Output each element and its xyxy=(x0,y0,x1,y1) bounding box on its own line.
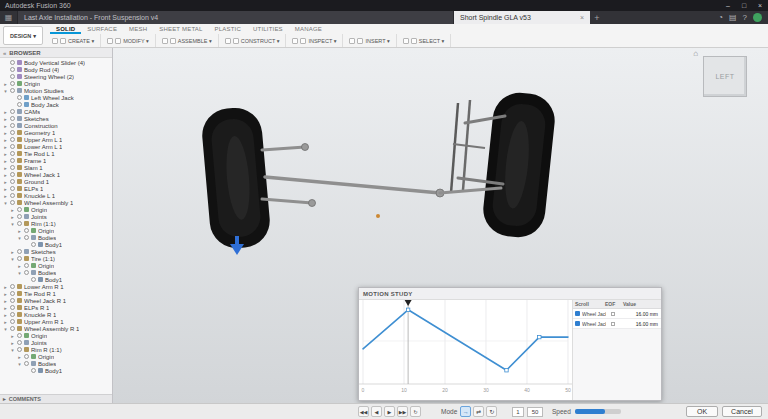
expander-icon[interactable]: ▸ xyxy=(3,179,8,185)
tree-item[interactable]: ▸CAMs xyxy=(0,108,112,115)
expander-icon[interactable]: ▾ xyxy=(17,361,22,367)
viewport[interactable]: ⌂ LEFT MOTION STUDY 01020304050 Scroll E… xyxy=(113,48,768,403)
visibility-eye-icon[interactable] xyxy=(17,95,22,100)
expander-icon[interactable]: ▸ xyxy=(3,158,8,164)
loop-button[interactable]: ↻ xyxy=(410,406,421,417)
go-to-end-button[interactable]: ▶▶ xyxy=(397,406,408,417)
tree-item[interactable]: ▸Knuckle R 1 xyxy=(0,311,112,318)
visibility-eye-icon[interactable] xyxy=(10,130,15,135)
cancel-button[interactable]: Cancel xyxy=(722,406,762,417)
tree-item[interactable]: ▾Bodies xyxy=(0,269,112,276)
expander-icon[interactable]: ▸ xyxy=(10,207,15,213)
tree-item[interactable]: ▸Knuckle L 1 xyxy=(0,192,112,199)
expander-icon[interactable]: ▸ xyxy=(17,263,22,269)
visibility-eye-icon[interactable] xyxy=(10,81,15,86)
visibility-eye-icon[interactable] xyxy=(17,221,22,226)
visibility-eye-icon[interactable] xyxy=(31,277,36,282)
workspace-switcher[interactable]: DESIGN ▾ xyxy=(3,26,43,45)
go-to-start-button[interactable]: ◀◀ xyxy=(358,406,369,417)
ribbon-tab-plastic[interactable]: PLASTIC xyxy=(209,24,247,34)
graph-canvas[interactable]: 01020304050 xyxy=(359,300,572,400)
help-icon[interactable]: ? xyxy=(743,14,747,22)
tool-group-create[interactable]: CREATE ▾ xyxy=(46,34,101,47)
tool-group-insert[interactable]: INSERT ▾ xyxy=(343,34,396,47)
expander-icon[interactable]: ▾ xyxy=(3,326,8,332)
expander-icon[interactable]: ▸ xyxy=(3,291,8,297)
visibility-eye-icon[interactable] xyxy=(10,144,15,149)
left-tire[interactable] xyxy=(200,106,272,251)
speed-slider[interactable] xyxy=(575,409,621,414)
visibility-eye-icon[interactable] xyxy=(17,340,22,345)
eof-cell[interactable] xyxy=(606,322,620,326)
visibility-eye-icon[interactable] xyxy=(10,193,15,198)
expander-icon[interactable]: ▸ xyxy=(3,165,8,171)
expander-icon[interactable]: ▸ xyxy=(3,298,8,304)
tab-close-icon[interactable]: × xyxy=(580,14,584,21)
expander-icon[interactable]: ▸ xyxy=(3,116,8,122)
visibility-eye-icon[interactable] xyxy=(10,116,15,121)
visibility-eye-icon[interactable] xyxy=(31,242,36,247)
expander-icon[interactable]: ▾ xyxy=(3,200,8,206)
visibility-eye-icon[interactable] xyxy=(10,291,15,296)
tree-item[interactable]: ▸Tie Rod R 1 xyxy=(0,290,112,297)
expander-icon[interactable]: ▸ xyxy=(3,312,8,318)
visibility-eye-icon[interactable] xyxy=(10,200,15,205)
tree-item[interactable]: ▸Ground 1 xyxy=(0,178,112,185)
expander-icon[interactable]: ▸ xyxy=(3,137,8,143)
tree-item[interactable]: ▸Upper Arm R 1 xyxy=(0,318,112,325)
total-steps-field[interactable]: 50 xyxy=(527,407,543,417)
expander-icon[interactable]: ▾ xyxy=(10,221,15,227)
visibility-eye-icon[interactable] xyxy=(10,158,15,163)
expander-icon[interactable]: ▸ xyxy=(3,193,8,199)
visibility-eye-icon[interactable] xyxy=(10,165,15,170)
lower-tie-rod[interactable] xyxy=(262,199,316,207)
tree-item[interactable]: ▸Origin xyxy=(0,262,112,269)
expander-icon[interactable]: ▸ xyxy=(10,340,15,346)
tree-item[interactable]: ▸Upper Arm L 1 xyxy=(0,136,112,143)
visibility-eye-icon[interactable] xyxy=(24,235,29,240)
expander-icon[interactable]: ▾ xyxy=(10,347,15,353)
tree-item[interactable]: ▸Tie Rod L 1 xyxy=(0,150,112,157)
tree-item[interactable]: ▾Wheel Assembly R 1 xyxy=(0,325,112,332)
visibility-eye-icon[interactable] xyxy=(24,270,29,275)
tree-item[interactable]: Body Jack xyxy=(0,101,112,108)
tree-item[interactable]: Body Vertical Slider (4) xyxy=(0,59,112,66)
tree-item[interactable]: Left Wheel Jack xyxy=(0,94,112,101)
visibility-eye-icon[interactable] xyxy=(10,305,15,310)
mode-loop-button[interactable]: ↻ xyxy=(486,406,497,417)
tree-item[interactable]: ▸Origin xyxy=(0,80,112,87)
visibility-eye-icon[interactable] xyxy=(17,207,22,212)
visibility-eye-icon[interactable] xyxy=(17,214,22,219)
user-avatar[interactable] xyxy=(753,13,762,22)
tool-group-construct[interactable]: CONSTRUCT ▾ xyxy=(219,34,287,47)
visibility-eye-icon[interactable] xyxy=(10,151,15,156)
tree-item[interactable]: Body1 xyxy=(0,276,112,283)
document-tab[interactable]: Short Spindle GLA v53× xyxy=(454,11,590,24)
maximize-button[interactable]: □ xyxy=(736,0,752,11)
expander-icon[interactable]: ▸ xyxy=(17,354,22,360)
expander-icon[interactable]: ▸ xyxy=(3,305,8,311)
tree-item[interactable]: ▸ELPs R 1 xyxy=(0,304,112,311)
visibility-eye-icon[interactable] xyxy=(10,186,15,191)
mode-one-way-button[interactable]: → xyxy=(460,406,471,417)
comments-bar[interactable]: ▸ COMMENTS xyxy=(0,394,112,403)
expander-icon[interactable]: ▸ xyxy=(3,284,8,290)
tree-item[interactable]: ▾Tire (1:1) xyxy=(0,255,112,262)
tree-item[interactable]: ▸Joints xyxy=(0,339,112,346)
expander-icon[interactable]: ▸ xyxy=(10,333,15,339)
visibility-eye-icon[interactable] xyxy=(10,88,15,93)
tree-item[interactable]: ▾Bodies xyxy=(0,234,112,241)
upper-tie-rod[interactable] xyxy=(262,144,309,151)
minimize-button[interactable]: – xyxy=(720,0,736,11)
tree-item[interactable]: ▸Frame 1 xyxy=(0,157,112,164)
expander-icon[interactable]: ▾ xyxy=(3,88,8,94)
visibility-eye-icon[interactable] xyxy=(24,361,29,366)
expander-icon[interactable]: ▾ xyxy=(17,235,22,241)
table-row[interactable]: Wheel Jack R 116.00 mm xyxy=(573,319,661,329)
viewcube[interactable]: LEFT xyxy=(703,56,747,97)
visibility-eye-icon[interactable] xyxy=(10,109,15,114)
new-tab-button[interactable]: + xyxy=(590,11,604,24)
visibility-eye-icon[interactable] xyxy=(10,67,15,72)
right-tire[interactable] xyxy=(481,90,558,240)
visibility-eye-icon[interactable] xyxy=(10,326,15,331)
